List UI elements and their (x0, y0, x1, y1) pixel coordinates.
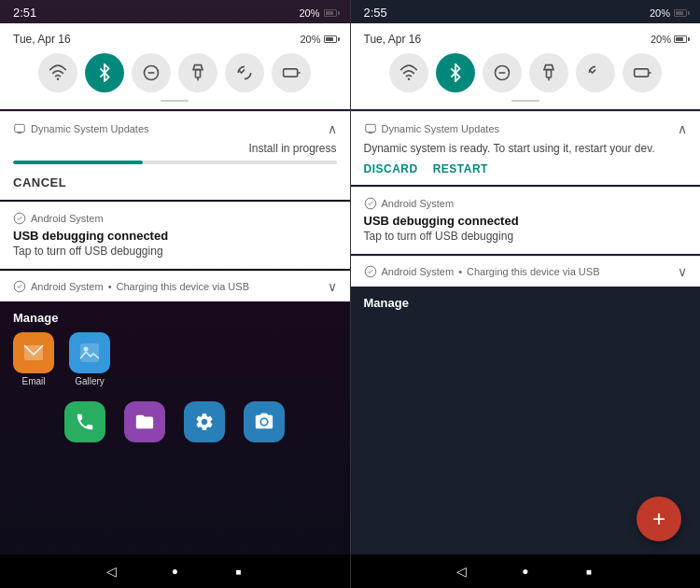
left-qs-date: Tue, Apr 16 (13, 33, 71, 46)
right-usb-header: Android System (364, 197, 688, 210)
left-qs-battery: 20% (300, 34, 336, 45)
left-home-screen: Manage Email Gallery (0, 301, 350, 459)
right-dsu-body: Dynamic system is ready. To start using … (364, 142, 688, 155)
svg-point-15 (408, 77, 411, 80)
right-qs-battery-icon (674, 35, 687, 43)
right-usb-title: USB debugging connected (364, 214, 688, 228)
svg-rect-13 (80, 343, 99, 362)
right-tile-autorotate[interactable] (576, 53, 615, 92)
right-qs-battery: 20% (651, 34, 687, 45)
left-usb-notif: Android System USB debugging connected T… (0, 202, 350, 269)
right-nav-home[interactable]: ● (517, 563, 534, 580)
left-dock-files[interactable] (124, 401, 165, 442)
left-qs-battery-icon (324, 35, 337, 43)
left-dock-camera[interactable] (244, 401, 285, 442)
left-tile-flashlight[interactable] (178, 53, 217, 92)
left-dock (13, 394, 337, 450)
fab-button[interactable]: + (637, 497, 681, 541)
right-tile-bluetooth[interactable] (436, 53, 475, 92)
right-qs-header: Tue, Apr 16 20% (364, 33, 688, 46)
left-nav-recents[interactable]: ■ (230, 563, 246, 580)
left-usb-body: Tap to turn off USB debugging (13, 245, 337, 258)
left-dsu-app-label: Dynamic System Updates (31, 123, 149, 134)
left-nav-home[interactable]: ● (166, 563, 183, 580)
left-status-icons: 20% (299, 7, 336, 19)
right-discard-button[interactable]: DISCARD (364, 162, 418, 175)
left-battery-icon (324, 9, 337, 17)
left-qs-divider (161, 100, 189, 102)
right-charging-expand[interactable]: ∨ (678, 264, 687, 279)
left-tile-wifi[interactable] (38, 53, 77, 92)
svg-rect-5 (284, 69, 298, 77)
left-gallery-label: Gallery (75, 376, 105, 386)
right-dsu-app-name: Dynamic System Updates (364, 122, 500, 135)
svg-rect-22 (365, 124, 375, 132)
left-time: 2:51 (13, 6, 36, 20)
svg-point-0 (57, 77, 60, 80)
right-qs-divider (511, 100, 539, 102)
left-app-email[interactable]: Email (13, 332, 54, 386)
svg-rect-3 (196, 70, 201, 77)
left-phone-screen: 2:51 20% Tue, Apr 16 20% (0, 0, 350, 588)
left-usb-app-label: Android System (31, 213, 104, 224)
right-dsu-card: Dynamic System Updates ∧ Dynamic system … (351, 111, 701, 185)
left-charging-expand[interactable]: ∨ (328, 279, 337, 294)
left-charging-label: Charging this device via USB (117, 281, 249, 292)
right-nav-bar: ◁ ● ■ (351, 554, 701, 588)
left-dock-phone[interactable] (64, 401, 105, 442)
left-cancel-button[interactable]: CANCEL (13, 175, 66, 189)
left-qs-tiles (13, 53, 337, 92)
left-app-gallery[interactable]: Gallery (69, 332, 110, 386)
right-status-icons: 20% (650, 7, 687, 19)
right-usb-app-name: Android System (364, 197, 455, 210)
left-charging-app: Android System (31, 281, 104, 292)
left-nav-back[interactable]: ◁ (103, 563, 119, 580)
right-phone-screen: 2:55 20% Tue, Apr 16 20% (351, 0, 701, 588)
left-charging-notif: Android System • Charging this device vi… (0, 271, 350, 301)
fab-icon: + (652, 508, 665, 530)
svg-point-14 (84, 347, 89, 352)
left-quick-settings: Tue, Apr 16 20% (0, 23, 350, 109)
left-dock-settings[interactable] (184, 401, 225, 442)
right-usb-app-label: Android System (382, 198, 455, 209)
right-dsu-header: Dynamic System Updates ∧ (364, 121, 688, 136)
right-tile-battery[interactable] (623, 53, 662, 92)
right-dsu-actions: DISCARD RESTART (364, 162, 688, 175)
right-charging-notif: Android System • Charging this device vi… (351, 256, 701, 287)
left-progress-bar (13, 161, 337, 164)
right-quick-settings: Tue, Apr 16 20% (351, 23, 701, 109)
right-tile-wifi[interactable] (389, 53, 428, 92)
svg-rect-18 (546, 70, 551, 77)
left-email-icon (13, 332, 54, 373)
left-progress-fill (13, 161, 143, 164)
right-restart-button[interactable]: RESTART (433, 162, 488, 175)
left-tile-autorotate[interactable] (225, 53, 264, 92)
right-home-area: Manage (351, 287, 701, 361)
right-tile-dnd[interactable] (483, 53, 522, 92)
right-dsu-app-label: Dynamic System Updates (382, 123, 500, 134)
left-dsu-status: Install in progress (13, 142, 337, 155)
right-qs-date: Tue, Apr 16 (364, 33, 422, 46)
left-dsu-header: Dynamic System Updates ∧ (13, 121, 337, 136)
right-tile-flashlight[interactable] (529, 53, 568, 92)
left-tile-dnd[interactable] (132, 53, 171, 92)
right-charging-app: Android System (382, 266, 455, 277)
left-usb-app-name: Android System (13, 212, 104, 225)
left-qs-header: Tue, Apr 16 20% (13, 33, 337, 46)
left-email-label: Email (21, 376, 45, 386)
right-charging-label: Charging this device via USB (467, 266, 599, 277)
right-dsu-collapse[interactable]: ∧ (678, 121, 687, 136)
svg-rect-7 (15, 124, 25, 132)
right-charging-text: Android System • Charging this device vi… (364, 265, 600, 278)
left-status-bar: 2:51 20% (0, 0, 350, 23)
left-gallery-icon (69, 332, 110, 373)
right-nav-back[interactable]: ◁ (454, 563, 470, 580)
left-dsu-collapse[interactable]: ∧ (328, 121, 337, 136)
right-battery-icon (674, 9, 687, 17)
left-dsu-card: Dynamic System Updates ∧ Install in prog… (0, 111, 350, 200)
left-tile-bluetooth[interactable] (85, 53, 124, 92)
right-status-bar: 2:55 20% (351, 0, 701, 23)
left-tile-battery[interactable] (272, 53, 311, 92)
left-dsu-app-name: Dynamic System Updates (13, 122, 149, 135)
right-nav-recents[interactable]: ■ (581, 563, 597, 580)
